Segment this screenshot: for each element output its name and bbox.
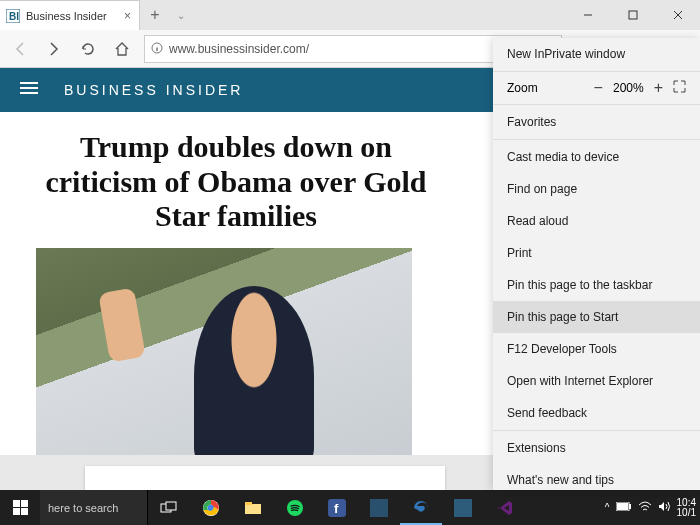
svg-rect-3 bbox=[629, 11, 637, 19]
window-controls bbox=[565, 0, 700, 30]
menu-separator bbox=[493, 430, 700, 431]
svg-rect-22 bbox=[13, 508, 20, 515]
maximize-button[interactable] bbox=[610, 0, 655, 30]
menu-new-inprivate[interactable]: New InPrivate window bbox=[493, 38, 700, 70]
menu-separator bbox=[493, 104, 700, 105]
article-hero-image[interactable] bbox=[36, 248, 412, 460]
home-button[interactable] bbox=[106, 33, 138, 65]
menu-favorites[interactable]: Favorites bbox=[493, 106, 700, 138]
minimize-button[interactable] bbox=[565, 0, 610, 30]
taskbar-edge-icon[interactable] bbox=[400, 490, 442, 525]
menu-zoom-row: Zoom − 200% + bbox=[493, 73, 700, 103]
taskbar-app-icon[interactable] bbox=[358, 490, 400, 525]
svg-rect-21 bbox=[21, 500, 28, 507]
menu-read-aloud[interactable]: Read aloud bbox=[493, 205, 700, 237]
tab-overflow-icon[interactable]: ⌄ bbox=[170, 10, 192, 21]
svg-rect-20 bbox=[13, 500, 20, 507]
tab-title: Business Insider bbox=[26, 10, 118, 22]
browser-more-menu: New InPrivate window Zoom − 200% + Favor… bbox=[493, 38, 700, 490]
svg-rect-23 bbox=[21, 508, 28, 515]
zoom-label: Zoom bbox=[507, 81, 594, 95]
system-tray[interactable]: ^ 10:4 10/1 bbox=[601, 498, 700, 518]
menu-cast[interactable]: Cast media to device bbox=[493, 141, 700, 173]
article-headline[interactable]: Trump doubles down on criticism of Obama… bbox=[36, 130, 436, 234]
zoom-value: 200% bbox=[613, 81, 644, 95]
forward-button[interactable] bbox=[38, 33, 70, 65]
site-favicon-icon: BI bbox=[6, 9, 20, 23]
tray-chevron-icon[interactable]: ^ bbox=[605, 502, 610, 513]
svg-rect-37 bbox=[617, 503, 628, 510]
start-button[interactable] bbox=[0, 490, 40, 525]
svg-rect-25 bbox=[166, 502, 176, 510]
tray-time: 10:4 bbox=[677, 498, 696, 508]
close-window-button[interactable] bbox=[655, 0, 700, 30]
menu-print[interactable]: Print bbox=[493, 237, 700, 269]
menu-extensions[interactable]: Extensions bbox=[493, 432, 700, 464]
svg-text:f: f bbox=[334, 501, 339, 516]
taskbar-app2-icon[interactable] bbox=[442, 490, 484, 525]
window-frame bbox=[85, 466, 445, 490]
menu-separator bbox=[493, 71, 700, 72]
taskbar-facebook-icon[interactable]: f bbox=[316, 490, 358, 525]
menu-whats-new[interactable]: What's new and tips bbox=[493, 464, 700, 490]
tab-close-icon[interactable]: × bbox=[124, 9, 131, 23]
taskbar: here to search f ^ 10:4 10/1 bbox=[0, 490, 700, 525]
search-text: here to search bbox=[48, 502, 118, 514]
windows-logo-icon bbox=[13, 500, 28, 515]
tray-battery-icon[interactable] bbox=[616, 502, 632, 513]
new-tab-button[interactable]: + bbox=[140, 0, 170, 30]
menu-separator bbox=[493, 139, 700, 140]
svg-rect-36 bbox=[629, 504, 631, 509]
zoom-in-button[interactable]: + bbox=[654, 79, 663, 97]
svg-text:BI: BI bbox=[9, 11, 19, 22]
taskbar-vs-icon[interactable] bbox=[484, 490, 526, 525]
menu-devtools[interactable]: F12 Developer Tools bbox=[493, 333, 700, 365]
taskbar-search[interactable]: here to search bbox=[40, 490, 148, 525]
taskbar-chrome-icon[interactable] bbox=[190, 490, 232, 525]
tray-volume-icon[interactable] bbox=[658, 501, 671, 514]
taskbar-explorer-icon[interactable] bbox=[232, 490, 274, 525]
task-view-button[interactable] bbox=[148, 490, 190, 525]
fullscreen-icon[interactable] bbox=[673, 80, 686, 96]
tray-wifi-icon[interactable] bbox=[638, 501, 652, 514]
tray-date: 10/1 bbox=[677, 508, 696, 518]
menu-pin-taskbar[interactable]: Pin this page to the taskbar bbox=[493, 269, 700, 301]
address-text: www.businessinsider.com/ bbox=[169, 42, 511, 56]
svg-rect-29 bbox=[245, 502, 252, 505]
svg-rect-33 bbox=[370, 499, 388, 517]
site-info-icon[interactable] bbox=[151, 40, 163, 58]
refresh-button[interactable] bbox=[72, 33, 104, 65]
menu-pin-start[interactable]: Pin this page to Start bbox=[493, 301, 700, 333]
menu-find[interactable]: Find on page bbox=[493, 173, 700, 205]
menu-feedback[interactable]: Send feedback bbox=[493, 397, 700, 429]
site-brand[interactable]: BUSINESS INSIDER bbox=[64, 82, 243, 98]
titlebar: BI Business Insider × + ⌄ bbox=[0, 0, 700, 30]
back-button[interactable] bbox=[4, 33, 36, 65]
svg-rect-34 bbox=[454, 499, 472, 517]
site-menu-icon[interactable] bbox=[20, 81, 38, 99]
browser-tab[interactable]: BI Business Insider × bbox=[0, 0, 140, 30]
taskbar-spotify-icon[interactable] bbox=[274, 490, 316, 525]
svg-rect-28 bbox=[245, 504, 261, 514]
zoom-out-button[interactable]: − bbox=[594, 79, 603, 97]
menu-open-ie[interactable]: Open with Internet Explorer bbox=[493, 365, 700, 397]
